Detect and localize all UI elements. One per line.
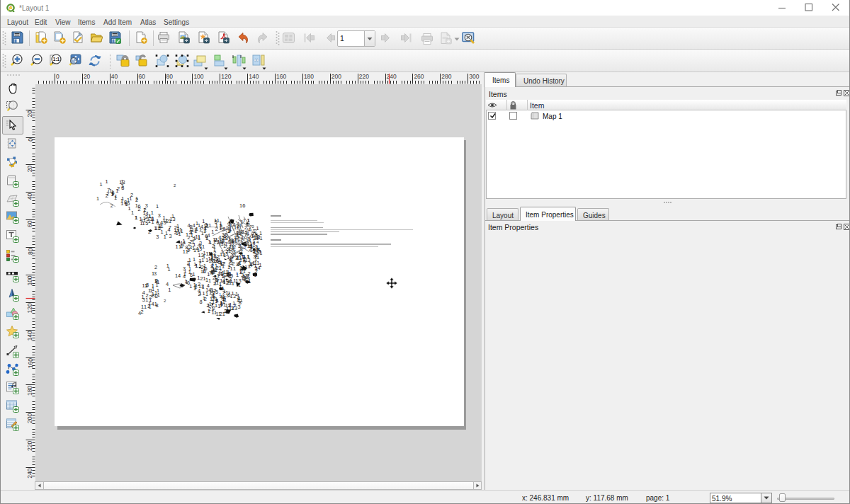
svg-text:3: 3 — [199, 246, 202, 252]
svg-text:1: 1 — [205, 277, 208, 283]
svg-text:1: 1 — [192, 245, 195, 251]
svg-text:3: 3 — [145, 202, 148, 209]
svg-text:1: 1 — [233, 277, 236, 284]
svg-text:3: 3 — [237, 304, 240, 310]
svg-text:1: 1 — [219, 220, 222, 227]
svg-text:3: 3 — [142, 297, 145, 303]
svg-text:21: 21 — [208, 306, 214, 312]
svg-text:1: 1 — [203, 263, 206, 269]
svg-text:1: 1 — [228, 262, 231, 268]
svg-text:1: 1 — [128, 205, 130, 212]
svg-text:1: 1 — [106, 178, 108, 185]
svg-text:4: 4 — [151, 301, 154, 307]
svg-text:4: 4 — [138, 310, 141, 316]
svg-text:2: 2 — [212, 275, 215, 281]
svg-text:4: 4 — [142, 290, 145, 296]
svg-text:11: 11 — [203, 223, 209, 229]
svg-text:1: 1 — [216, 280, 219, 286]
svg-text:1: 1 — [203, 295, 205, 302]
svg-text:7: 7 — [205, 235, 208, 241]
svg-text:1: 1 — [169, 218, 171, 224]
svg-text:1: 1 — [175, 244, 178, 250]
svg-text:6: 6 — [137, 203, 140, 210]
svg-text:1: 1 — [120, 197, 123, 204]
svg-text:8: 8 — [186, 244, 188, 251]
svg-text:7: 7 — [198, 260, 201, 266]
svg-text:1: 1 — [152, 270, 154, 277]
svg-text:21: 21 — [220, 311, 225, 317]
svg-text:3: 3 — [158, 212, 161, 219]
svg-text:1: 1 — [167, 266, 170, 273]
svg-text:1: 1 — [215, 263, 217, 269]
svg-text:1: 1 — [211, 229, 214, 235]
svg-text:8: 8 — [121, 185, 124, 191]
svg-text:1: 1 — [230, 293, 233, 299]
svg-text:4: 4 — [196, 246, 198, 252]
svg-text:2: 2 — [191, 229, 193, 235]
svg-text:2: 2 — [215, 226, 218, 232]
svg-text:1: 1 — [227, 228, 230, 234]
svg-text:1: 1 — [208, 256, 211, 262]
svg-text:1: 1 — [250, 261, 253, 268]
svg-text:1: 1 — [154, 301, 157, 307]
svg-text:1: 1 — [183, 248, 186, 255]
svg-text:1: 1 — [143, 215, 146, 222]
svg-text:3: 3 — [169, 233, 172, 239]
svg-text:1: 1 — [203, 253, 205, 260]
svg-text:2: 2 — [174, 229, 177, 236]
svg-text:21: 21 — [222, 290, 228, 296]
svg-text:4: 4 — [198, 287, 200, 294]
svg-text:1: 1 — [246, 253, 249, 260]
svg-text:3: 3 — [238, 260, 241, 267]
svg-text:1: 1 — [219, 281, 222, 287]
svg-text:1: 1 — [165, 230, 168, 236]
svg-text:1: 1 — [135, 214, 137, 221]
svg-text:16: 16 — [239, 202, 245, 209]
svg-text:1: 1 — [215, 297, 218, 304]
svg-text:14: 14 — [175, 273, 181, 279]
svg-text:1: 1 — [151, 210, 154, 216]
svg-text:1: 1 — [180, 228, 183, 234]
svg-text:2: 2 — [222, 260, 225, 267]
svg-text:2: 2 — [146, 292, 149, 299]
svg-text:1: 1 — [152, 291, 154, 297]
svg-text:1: 1 — [217, 303, 220, 309]
svg-text:2: 2 — [188, 234, 191, 241]
svg-text:7: 7 — [107, 187, 110, 193]
svg-text:2: 2 — [213, 280, 216, 287]
svg-text:1: 1 — [198, 222, 200, 229]
svg-text:1: 1 — [171, 213, 174, 219]
svg-text:1: 1 — [195, 263, 198, 269]
svg-text:1: 1 — [168, 287, 171, 293]
svg-text:1: 1 — [193, 271, 196, 277]
svg-text:1: 1 — [188, 257, 191, 263]
svg-text:1: 1 — [144, 304, 147, 310]
svg-text:1: 1 — [115, 193, 118, 200]
svg-text:1: 1 — [212, 293, 215, 299]
svg-text:1: 1 — [189, 283, 192, 290]
svg-text:2: 2 — [155, 293, 158, 299]
svg-text:1: 1 — [223, 302, 226, 308]
svg-text:1: 1 — [96, 195, 99, 202]
svg-text:5: 5 — [215, 219, 217, 225]
svg-text:1: 1 — [185, 278, 188, 285]
svg-text:1: 1 — [177, 225, 180, 231]
svg-text:4: 4 — [228, 270, 231, 277]
svg-text:2: 2 — [117, 185, 120, 192]
svg-text:3: 3 — [156, 234, 159, 240]
svg-text:1: 1 — [135, 195, 138, 202]
svg-text:2: 2 — [219, 268, 222, 274]
svg-text:1: 1 — [99, 181, 102, 188]
svg-text:1: 1 — [201, 230, 204, 236]
svg-text:2: 2 — [164, 299, 166, 303]
svg-text:1: 1 — [148, 300, 151, 307]
svg-text:1: 1 — [131, 210, 134, 216]
svg-text:1: 1 — [156, 203, 159, 210]
svg-text:11: 11 — [237, 297, 243, 304]
svg-text:2: 2 — [145, 282, 148, 289]
svg-text:1: 1 — [183, 268, 186, 275]
svg-text:7: 7 — [169, 224, 171, 231]
svg-text:1: 1 — [182, 241, 185, 248]
svg-text:1: 1 — [121, 178, 124, 185]
svg-text:2: 2 — [174, 183, 176, 188]
